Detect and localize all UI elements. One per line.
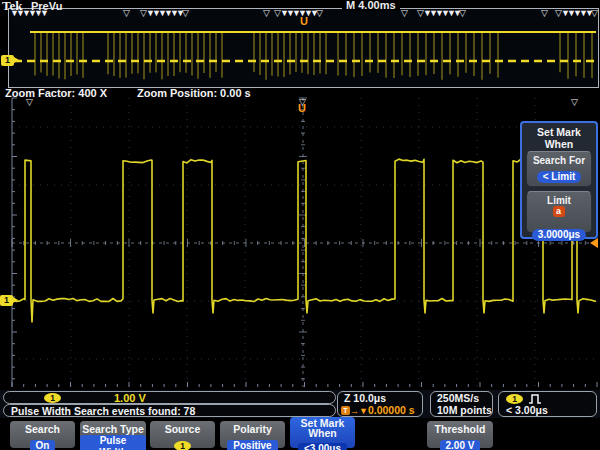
menu-button-set-mark-when[interactable]: Set MarkWhen <3.00μs: [290, 417, 355, 448]
menu-button-search-type[interactable]: Search Type Pulse Width: [80, 421, 146, 448]
limit-button[interactable]: Limit a3.0000μs: [526, 191, 592, 233]
side-menu-set-mark-when: Set Mark When Search For < Limit Limit a…: [520, 121, 598, 239]
acquisition-readout-box: 250MS/s 10M points: [430, 391, 493, 417]
tek-logo: Tek: [2, 0, 22, 14]
menu-button-source[interactable]: Source 1: [150, 421, 215, 448]
expansion-point-icon-zoom: U: [298, 102, 306, 114]
menu-button-search[interactable]: Search On: [10, 421, 75, 448]
trigger-level-arrow-icon: [590, 238, 598, 248]
menu-button-polarity[interactable]: Polarity Positive: [220, 421, 285, 448]
positive-pulse-icon: [528, 394, 542, 404]
bottom-menu-bar: Search On Search Type Pulse Width Source…: [0, 418, 600, 450]
search-events-readout: Pulse Width Search events found: 78: [3, 404, 336, 417]
search-for-button[interactable]: Search For < Limit: [526, 151, 592, 187]
search-criteria-box: 1 < 3.00μs: [498, 391, 597, 417]
channel1-scale-readout: 1 1.00 V: [3, 391, 336, 404]
trigger-icon: T: [341, 406, 350, 415]
side-menu-title-line2: When: [522, 138, 596, 150]
status-bar: 1 1.00 V Pulse Width Search events found…: [0, 390, 600, 418]
expansion-point-icon-overview: U: [300, 15, 308, 27]
menu-button-threshold[interactable]: Threshold 2.00 V: [427, 421, 493, 448]
zoom-mark-icon: ▽: [26, 98, 33, 107]
limit-value: 3.0000μs: [532, 229, 586, 241]
channel1-badge-readout: 1: [44, 393, 61, 403]
zoom-position-readout: Zoom Position: 0.00 s: [137, 87, 251, 99]
horizontal-readout-box: Z 10.0μs T→▼0.00000 s: [337, 391, 423, 417]
channel1-badge-search: 1: [506, 394, 523, 404]
trigger-delay-readout: T→▼0.00000 s: [341, 404, 415, 416]
search-for-value: < Limit: [537, 171, 582, 183]
zoom-mark-icon: ▽: [571, 98, 578, 107]
channel1-badge-zoom: 1: [0, 295, 13, 306]
channel1-badge-overview: 1: [1, 55, 14, 66]
channel1-badge-source: 1: [174, 441, 191, 450]
multipurpose-knob-a-icon: a: [553, 206, 565, 217]
timebase-readout: M 4.00ms: [342, 0, 400, 11]
zoom-factor-readout: Zoom Factor: 400 X: [5, 87, 107, 99]
side-menu-title: Set Mark: [522, 126, 596, 138]
acquisition-status: PreVu: [31, 0, 62, 12]
oscilloscope-screen: Tek PreVu M 4.00ms ▼▼▼▼▼▼▽▽▼▼▼▼▼▼▽▽▽▼▼▼▼…: [0, 0, 600, 450]
